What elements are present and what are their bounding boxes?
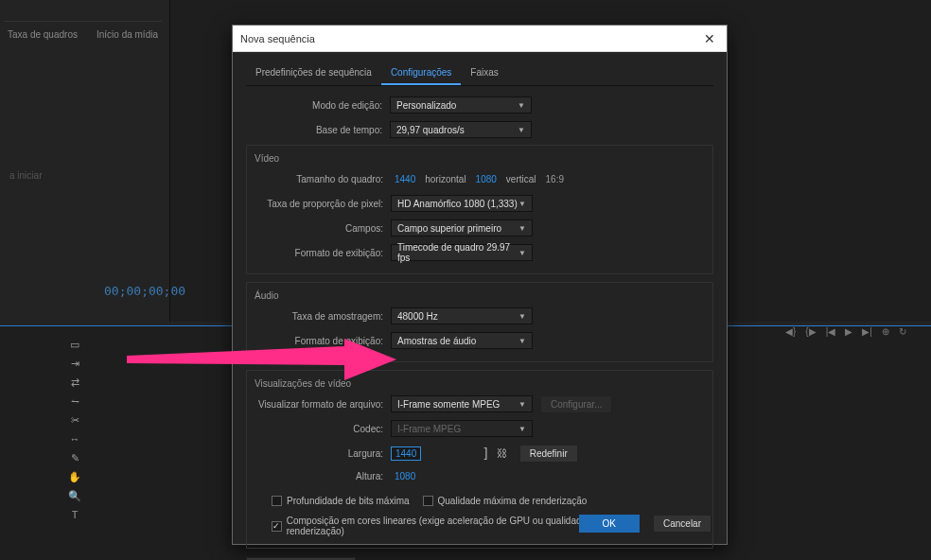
cancel-button[interactable]: Cancelar [653,515,711,533]
edit-mode-label: Modo de edição: [246,100,390,111]
audio-section: Áudio Taxa de amostragem: 48000 Hz▼ Form… [246,282,713,362]
transport-controls: ◀} {▶ |◀ ▶ ▶| ⊕ ↻ [785,326,906,337]
edit-mode-select[interactable]: Personalizado▼ [390,96,532,114]
col-media-start: Início da mídia [97,29,158,40]
frame-height-value[interactable]: 1080 [472,174,501,184]
preview-file-format-select[interactable]: I-Frame somente MPEG▼ [391,395,533,412]
horizontal-label: horizontal [419,174,471,184]
pixel-aspect-label: Taxa de proporção de pixel: [255,199,391,209]
chevron-down-icon: ▼ [518,224,526,233]
tab-presets[interactable]: Predefinições de sequência [246,61,381,85]
reset-button[interactable]: Redefinir [519,445,578,463]
link-dimensions-icon[interactable]: ⛓ [494,447,510,459]
codec-select: I-Frame MPEG▼ [391,420,533,437]
checkbox-checked-icon: ✓ [272,521,282,532]
preview-height-value[interactable]: 1080 [391,471,419,481]
bracket-icon: ] [478,448,493,458]
dialog-tabs: Predefinições de sequência Configurações… [246,61,713,86]
settings-form: Modo de edição: Personalizado▼ Base de t… [246,96,713,560]
aspect-ratio-label: 16:9 [542,174,568,184]
configure-button: Configurar... [540,395,612,413]
slip-tool-icon[interactable]: ↔ [68,433,81,446]
chevron-down-icon: ▼ [518,101,525,110]
tab-settings[interactable]: Configurações [381,61,461,85]
preview-file-format-label: Visualizar formato de arquivo: [255,399,391,410]
zoom-tool-icon[interactable]: 🔍 [68,490,81,503]
sample-rate-label: Taxa de amostragem: [255,311,391,322]
chevron-down-icon: ▼ [518,337,526,345]
max-bit-depth-checkbox[interactable]: Profundidade de bits máxima [272,496,410,506]
checkbox-icon [272,496,282,506]
tools-strip: ▭ ⇥ ⇄ ⥊ ✂ ↔ ✎ ✋ 🔍 T [68,339,83,522]
video-section-title: Vídeo [255,153,705,164]
track-select-tool-icon[interactable]: ⇥ [68,358,81,371]
save-preset-button[interactable]: Salvar predefinição... [246,557,356,561]
chevron-down-icon: ▼ [518,312,526,321]
fields-label: Campos: [255,223,391,234]
razor-tool-icon[interactable]: ✂ [68,414,81,428]
display-format-label: Formato de exibição: [255,248,391,258]
tab-tracks[interactable]: Faixas [461,61,507,85]
frame-size-label: Tamanho do quadro: [255,174,391,184]
step-back-icon[interactable]: |◀ [826,326,836,337]
pixel-aspect-select[interactable]: HD Anamórfico 1080 (1,333)▼ [391,195,533,212]
loop-icon[interactable]: ↻ [899,326,906,337]
display-format-select[interactable]: Timecode de quadro 29.97 fps▼ [391,244,533,261]
dialog-title: Nova sequência [240,33,700,44]
play-icon[interactable]: ▶ [845,326,852,337]
col-framerate: Taxa de quadros [8,29,78,40]
preview-width-input[interactable]: 1440 [391,446,421,461]
source-timecode: 00;00;00;00 [104,284,185,298]
go-in-icon[interactable]: {▶ [805,326,816,337]
dialog-titlebar: Nova sequência ✕ [233,26,727,52]
go-prev-icon[interactable]: ◀} [785,326,796,337]
fields-select[interactable]: Campo superior primeiro▼ [391,219,533,236]
chevron-down-icon: ▼ [518,249,526,257]
vertical-label: vertical [501,174,542,184]
selection-tool-icon[interactable]: ▭ [68,339,81,352]
close-icon[interactable]: ✕ [700,31,719,46]
video-section: Vídeo Tamanho do quadro: 1440 horizontal… [246,145,713,274]
chevron-down-icon: ▼ [518,126,525,134]
audio-section-title: Áudio [255,290,705,301]
dialog-body: Predefinições de sequência Configurações… [233,52,727,544]
hand-tool-icon[interactable]: ✋ [68,471,81,484]
codec-label: Codec: [255,424,391,434]
dialog-footer: OK Cancelar [579,515,711,533]
rolling-tool-icon[interactable]: ⥊ [68,395,81,409]
pen-tool-icon[interactable]: ✎ [68,452,81,465]
height-label: Altura: [255,471,391,481]
drop-media-hint: a iniciar [9,170,42,181]
timebase-label: Base de tempo: [246,125,390,135]
step-fwd-icon[interactable]: ▶| [862,326,872,337]
audio-display-format-label: Formato de exibição: [255,336,391,346]
checkbox-icon [423,496,433,506]
audio-display-format-select[interactable]: Amostras de áudio▼ [391,332,533,349]
frame-width-value[interactable]: 1440 [391,174,419,184]
max-render-quality-checkbox[interactable]: Qualidade máxima de renderização [423,496,588,506]
project-left-panel: Taxa de quadros Início da mídia [0,0,170,322]
ripple-tool-icon[interactable]: ⇄ [68,376,81,390]
new-sequence-dialog: Nova sequência ✕ Predefinições de sequên… [232,25,728,545]
chevron-down-icon: ▼ [518,425,526,433]
chevron-down-icon: ▼ [518,200,526,208]
video-previews-title: Visualizações de vídeo [255,378,705,389]
go-out-icon[interactable]: ⊕ [882,326,889,337]
timebase-select[interactable]: 29,97 quadros/s▼ [390,121,532,138]
ok-button[interactable]: OK [579,515,640,533]
type-tool-icon[interactable]: T [68,509,81,522]
sample-rate-select[interactable]: 48000 Hz▼ [391,307,533,324]
width-label: Largura: [255,448,391,459]
chevron-down-icon: ▼ [518,400,526,409]
